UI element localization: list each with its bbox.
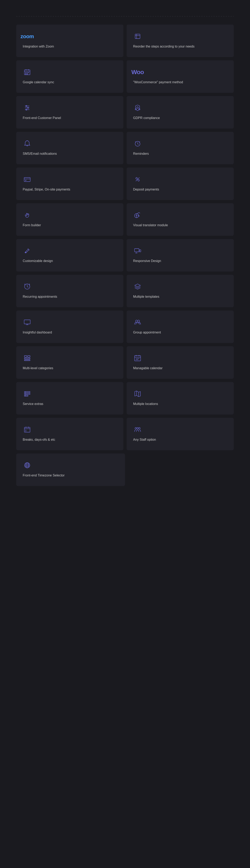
templates-label: Multiple templates — [133, 294, 159, 299]
feature-card-timezone: Front-end Timezone Selector — [16, 454, 125, 486]
zoom-label: Integration with Zoom — [23, 44, 54, 49]
payments-label: Paypal, Stripe, On-site payments — [23, 187, 70, 192]
templates-icon — [133, 282, 142, 291]
feature-card-responsive: Responsive Design — [127, 239, 234, 272]
svg-rect-49 — [24, 355, 27, 357]
sms-email-icon — [23, 139, 32, 148]
service-extras-icon — [23, 389, 32, 398]
feature-card-reorder: Reorder the steps according to your need… — [127, 25, 234, 57]
reorder-icon — [133, 32, 142, 41]
feature-card-payments: Paypal, Stripe, On-site payments — [16, 167, 123, 200]
gdpr-icon — [133, 103, 142, 112]
svg-marker-43 — [135, 284, 140, 287]
dashboard-label: Insightful dashboard — [23, 330, 52, 335]
multiple-locations-label: Multiple locations — [133, 402, 158, 406]
recurring-label: Recurring appointments — [23, 294, 57, 299]
svg-rect-38 — [135, 249, 139, 252]
categories-icon — [23, 353, 32, 363]
feature-card-any-staff: Any Staff option — [127, 418, 234, 450]
svg-point-48 — [138, 320, 140, 322]
feature-card-managable-calendar: Managable calendar — [127, 346, 234, 379]
svg-point-18 — [137, 107, 138, 108]
svg-point-9 — [28, 72, 29, 73]
svg-rect-53 — [135, 355, 141, 361]
divider — [16, 16, 234, 17]
design-label: Customizable design — [23, 258, 53, 264]
feature-card-group: Group appointment — [127, 311, 234, 343]
svg-line-24 — [138, 144, 139, 145]
feature-card-gdpr: GDPR compliance — [127, 96, 234, 129]
svg-rect-44 — [24, 320, 30, 324]
svg-marker-65 — [135, 391, 140, 397]
svg-point-7 — [26, 72, 26, 73]
timezone-label: Front-end Timezone Selector — [23, 473, 65, 478]
group-icon — [133, 318, 142, 327]
feature-card-multiple-locations: Multiple locations — [127, 382, 234, 414]
deposit-label: Deposit payments — [133, 187, 159, 192]
feature-card-woocommerce: Woo"WooCommerce" payment method — [127, 60, 234, 93]
svg-point-76 — [139, 428, 140, 429]
group-label: Group appointment — [133, 330, 161, 335]
feature-card-breaks: Breaks, days-ofs & etc — [16, 418, 123, 450]
feature-card-google-calendar: Google calendar sync — [16, 60, 123, 93]
feature-card-zoom: zoomIntegration with Zoom — [16, 25, 123, 57]
managable-calendar-icon — [133, 353, 142, 363]
svg-rect-52 — [24, 360, 30, 361]
feature-card-categories: Multi-level categories — [16, 346, 123, 379]
feature-card-form-builder: Form builder — [16, 203, 123, 236]
recurring-icon — [23, 282, 32, 291]
gdpr-label: GDPR compliance — [133, 116, 160, 120]
svg-rect-61 — [24, 395, 28, 396]
svg-point-31 — [136, 178, 137, 179]
form-builder-icon — [23, 211, 32, 220]
breaks-label: Breaks, days-ofs & etc — [23, 437, 55, 442]
woocommerce-label: "WooCommerce" payment method — [133, 80, 183, 85]
responsive-label: Responsive Design — [133, 258, 161, 264]
form-builder-label: Form builder — [23, 223, 41, 228]
categories-label: Multi-level categories — [23, 366, 53, 371]
any-staff-label: Any Staff option — [133, 437, 156, 442]
translator-icon — [133, 211, 142, 220]
feature-card-service-extras: Service extras — [16, 382, 123, 414]
svg-point-75 — [137, 428, 138, 429]
google-calendar-label: Google calendar sync — [23, 80, 54, 85]
feature-card-dashboard: Insightful dashboard — [16, 311, 123, 343]
translator-label: Visual translator module — [133, 223, 168, 228]
responsive-icon — [133, 246, 142, 255]
feature-card-templates: Multiple templates — [127, 275, 234, 307]
woocommerce-icon: Woo — [133, 68, 142, 76]
svg-rect-0 — [135, 34, 140, 39]
svg-point-47 — [136, 320, 138, 322]
feature-card-reminders: Reminders — [127, 132, 234, 164]
svg-rect-27 — [24, 178, 30, 182]
frontend-panel-label: Front-end Customer Panel — [23, 116, 61, 120]
breaks-icon — [23, 425, 32, 434]
frontend-panel-icon — [23, 103, 32, 112]
dashboard-icon — [23, 318, 32, 327]
svg-point-32 — [138, 180, 139, 181]
svg-point-10 — [26, 74, 26, 74]
svg-point-8 — [27, 72, 28, 73]
reorder-label: Reorder the steps according to your need… — [133, 44, 194, 49]
feature-card-translator: Visual translator module — [127, 203, 234, 236]
google-calendar-icon — [23, 68, 32, 76]
feature-card-sms-email: SMS/Email notifications — [16, 132, 123, 164]
svg-rect-39 — [139, 250, 141, 252]
reminders-icon — [133, 139, 142, 148]
svg-point-11 — [27, 74, 28, 74]
svg-point-74 — [135, 428, 137, 429]
svg-rect-50 — [28, 355, 30, 357]
svg-rect-51 — [24, 358, 30, 359]
feature-card-frontend-panel: Front-end Customer Panel — [16, 96, 123, 129]
svg-line-33 — [136, 178, 139, 181]
zoom-icon: zoom — [23, 32, 32, 41]
feature-card-design: Customizable design — [16, 239, 123, 272]
reminders-label: Reminders — [133, 151, 149, 156]
design-icon — [23, 246, 32, 255]
sms-email-label: SMS/Email notifications — [23, 151, 57, 156]
multiple-locations-icon — [133, 389, 142, 398]
svg-rect-68 — [24, 427, 30, 432]
features-grid: zoomIntegration with ZoomReorder the ste… — [16, 25, 234, 486]
managable-calendar-label: Managable calendar — [133, 366, 163, 371]
timezone-icon — [23, 461, 32, 470]
